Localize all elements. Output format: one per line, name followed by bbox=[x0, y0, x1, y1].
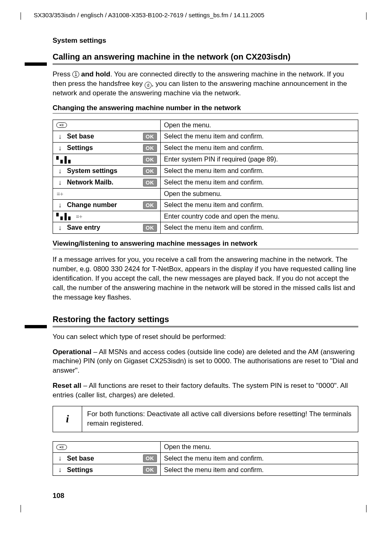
step-label: Set base bbox=[67, 455, 140, 462]
page-number: 108 bbox=[53, 492, 64, 500]
steps-table-2: •≡Open the menu.↓Set baseOKSelect the me… bbox=[53, 441, 358, 476]
step-cell: ▘▖▌▖ ≡+ bbox=[53, 211, 161, 222]
heading-change-number: Changing the answering machine number in… bbox=[53, 104, 358, 112]
step-cell: ↓Set baseOK bbox=[53, 453, 161, 464]
step-desc: Select the menu item and confirm. bbox=[161, 222, 358, 233]
handsfree-key-icon: d bbox=[145, 82, 152, 89]
ok-badge: OK bbox=[143, 454, 157, 462]
step-label: System settings bbox=[67, 167, 140, 175]
down-arrow-icon: ↓ bbox=[56, 202, 64, 209]
table-row: ↓Save entryOKSelect the menu item and co… bbox=[53, 222, 358, 233]
table-row: ↓Set baseOKSelect the menu item and conf… bbox=[53, 131, 358, 142]
ok-badge: OK bbox=[143, 201, 157, 209]
table-row: ↓Set baseOKSelect the menu item and conf… bbox=[53, 453, 358, 464]
step-cell: ↓Set baseOK bbox=[53, 131, 161, 142]
table-row: ▘▖▌▖OKEnter system PIN if required (page… bbox=[53, 154, 358, 165]
step-desc: Enter system PIN if required (page 89). bbox=[161, 154, 358, 165]
step-cell: ▘▖▌▖OK bbox=[53, 154, 161, 165]
step-label: Settings bbox=[67, 466, 140, 474]
bold-text: Reset all bbox=[53, 382, 81, 389]
text: Press bbox=[53, 70, 72, 78]
step-desc: Select the menu item and confirm. bbox=[161, 165, 358, 177]
key-icon: 1 bbox=[72, 71, 79, 78]
crop-mark bbox=[366, 505, 367, 512]
menu-icon: •≡ bbox=[56, 445, 67, 450]
step-desc: Select the menu item and confirm. bbox=[161, 131, 358, 142]
step-label: Settings bbox=[67, 144, 140, 152]
submenu-icon: ≡+ bbox=[56, 191, 64, 197]
step-label: Save entry bbox=[67, 224, 140, 231]
heading-rule bbox=[53, 63, 358, 65]
ok-badge: OK bbox=[143, 167, 157, 175]
down-arrow-icon: ↓ bbox=[56, 145, 64, 152]
text: – All MSNs and access codes (outside lin… bbox=[53, 348, 358, 375]
table-row: ↓SettingsOKSelect the menu item and conf… bbox=[53, 142, 358, 154]
step-desc: Select the menu item and confirm. bbox=[161, 177, 358, 188]
step-cell: ↓SettingsOK bbox=[53, 464, 161, 476]
ok-badge: OK bbox=[143, 179, 157, 187]
running-head: SX303/353isdn / englisch / A31008-X353-B… bbox=[34, 12, 367, 18]
info-text: For both functions: Deactivate all activ… bbox=[82, 406, 358, 432]
info-icon: i bbox=[53, 406, 82, 432]
manual-page: SX303/353isdn / englisch / A31008-X353-B… bbox=[0, 0, 392, 537]
table-row: ↓Network Mailb.OKSelect the menu item an… bbox=[53, 177, 358, 188]
step-label: Change number bbox=[67, 201, 140, 209]
paragraph: Operational – All MSNs and access codes … bbox=[53, 348, 358, 376]
step-cell: ↓Save entryOK bbox=[53, 222, 161, 233]
step-desc: Select the menu item and confirm. bbox=[161, 142, 358, 154]
ok-badge: OK bbox=[143, 466, 157, 474]
crop-mark bbox=[21, 12, 21, 20]
step-cell: ↓SettingsOK bbox=[53, 142, 161, 154]
step-desc: Enter country code and open the menu. bbox=[161, 211, 358, 222]
step-cell: •≡ bbox=[53, 442, 161, 453]
down-arrow-icon: ↓ bbox=[56, 455, 64, 462]
step-cell: ↓System settingsOK bbox=[53, 165, 161, 177]
content-area: System settings Calling an answering mac… bbox=[53, 37, 358, 476]
ok-badge: OK bbox=[143, 133, 157, 141]
step-desc: Select the menu item and confirm. bbox=[161, 453, 358, 464]
table-row: ↓SettingsOKSelect the menu item and conf… bbox=[53, 464, 358, 476]
step-desc: Open the submenu. bbox=[161, 188, 358, 199]
table-row: ≡+Open the submenu. bbox=[53, 188, 358, 199]
ok-badge: OK bbox=[143, 156, 157, 164]
paragraph: If a message arrives for you, you receiv… bbox=[53, 255, 358, 302]
heading-calling-am: Calling an answering machine in the netw… bbox=[53, 52, 358, 62]
table-row: •≡Open the menu. bbox=[53, 120, 358, 131]
heading-restoring: Restoring the factory settings bbox=[53, 315, 358, 324]
heading-view-listen: Viewing/listening to answering machine m… bbox=[53, 240, 358, 248]
section-label: System settings bbox=[53, 37, 358, 45]
step-cell: ≡+ bbox=[53, 188, 161, 199]
crop-mark bbox=[366, 12, 367, 20]
step-cell: ↓Network Mailb.OK bbox=[53, 177, 161, 188]
bold-text: and hold bbox=[79, 70, 111, 78]
paragraph: Reset all – All functions are reset to t… bbox=[53, 381, 358, 400]
step-desc: Select the menu item and confirm. bbox=[161, 464, 358, 476]
down-arrow-icon: ↓ bbox=[56, 168, 64, 175]
ok-badge: OK bbox=[143, 144, 157, 152]
down-arrow-icon: ↓ bbox=[56, 179, 64, 186]
step-cell: •≡ bbox=[53, 120, 161, 131]
bold-text: Operational bbox=[53, 348, 91, 356]
step-desc: Select the menu item and confirm. bbox=[161, 199, 358, 211]
paragraph: Press 1 and hold. You are connected dire… bbox=[53, 70, 358, 98]
table-row: ▘▖▌▖ ≡+Enter country code and open the m… bbox=[53, 211, 358, 222]
step-label: Network Mailb. bbox=[67, 179, 140, 186]
step-cell: ↓Change numberOK bbox=[53, 199, 161, 211]
submenu-icon: ≡+ bbox=[76, 214, 83, 219]
step-desc: Open the menu. bbox=[161, 120, 358, 131]
steps-table-1: •≡Open the menu.↓Set baseOKSelect the me… bbox=[53, 120, 358, 234]
step-label: Set base bbox=[67, 133, 140, 140]
table-row: ↓System settingsOKSelect the menu item a… bbox=[53, 165, 358, 177]
table-row: ↓Change numberOKSelect the menu item and… bbox=[53, 199, 358, 211]
sub-rule bbox=[53, 113, 358, 114]
table-row: •≡Open the menu. bbox=[53, 442, 358, 453]
ok-badge: OK bbox=[143, 224, 157, 232]
keypad-icon: ▘▖▌▖ bbox=[56, 157, 72, 163]
down-arrow-icon: ↓ bbox=[56, 133, 64, 140]
keypad-icon: ▘▖▌▖ bbox=[56, 213, 72, 219]
menu-icon: •≡ bbox=[56, 122, 67, 128]
sub-rule bbox=[53, 249, 358, 249]
info-box: i For both functions: Deactivate all act… bbox=[53, 406, 358, 432]
down-arrow-icon: ↓ bbox=[56, 466, 64, 473]
heading-rule bbox=[53, 326, 358, 327]
